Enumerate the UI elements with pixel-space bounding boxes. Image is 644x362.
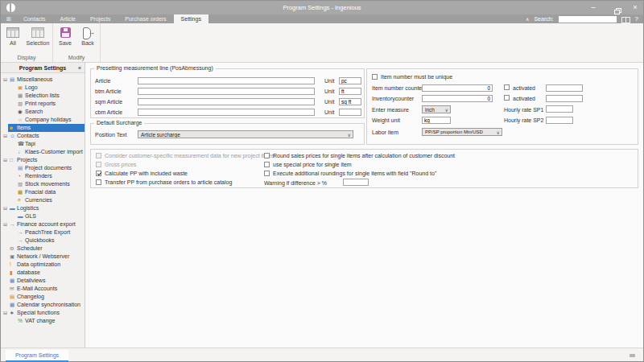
close-button[interactable]: × [630,1,640,14]
tree-item-company-holidays[interactable]: ☼ Company holidays [1,116,85,124]
binoculars-icon[interactable] [621,16,630,23]
database-icon: ▮ [10,269,17,277]
back-button[interactable]: → Back [77,25,98,46]
weight-unit-input[interactable] [422,117,451,124]
item-number-counter-input[interactable] [422,84,493,92]
tree-item-logo[interactable]: ▣ Logo [1,84,85,92]
expander-icon[interactable]: ⊟ [3,309,10,317]
inventory-activated-checkbox[interactable] [504,95,510,101]
app-menu-icon[interactable]: ⊞ [1,14,16,23]
tree-item-peachtree-export[interactable]: → PeachTree Export [1,228,85,237]
tree-item-changelog[interactable]: ▤ Changelog [1,293,85,301]
counter-activated-input[interactable] [546,84,583,92]
tree-item-network-webserver[interactable]: ▣ Network / Webserver [1,253,85,261]
cbm-article-input[interactable] [138,109,315,116]
transfer-pp-checkbox[interactable] [96,179,101,185]
sidebar-collapse-icon[interactable]: « [78,63,81,73]
ribbon: All Selection Display Save → Back [1,23,643,63]
ribbon-tab[interactable]: Projects [83,14,118,23]
ribbon-tab[interactable]: Article [53,14,83,23]
hourly-rate-sp1-input[interactable] [546,105,573,113]
tree-item-tapi[interactable]: ☎ Tapi [1,140,85,148]
phone-icon: ☎ [18,140,25,148]
modify-group-label: Modify [55,54,98,62]
ribbon-tab[interactable]: Contacts [16,14,53,23]
minimize-button[interactable]: – [588,1,598,14]
all-button[interactable]: All [2,25,23,46]
btm-article-unit-input[interactable] [339,88,361,95]
position-text-value: Article surcharge [141,132,180,138]
article-unit-input[interactable] [339,77,361,84]
search-input[interactable] [559,16,617,23]
hourly-rate-sp2-input[interactable] [546,117,573,124]
save-button[interactable]: Save [55,25,76,46]
tree-item-gls[interactable]: ▬ GLS [1,212,85,220]
holiday-sun-icon: ☼ [18,116,25,124]
tree-item-detailviews[interactable]: ▦ Detailviews [1,277,85,285]
tree-item-projects[interactable]: ⊟ □ Projects [1,156,85,164]
additional-roundings-checkbox[interactable] [264,171,270,176]
tree-item-logistics[interactable]: ⊟ ▬ Logistics [1,204,85,212]
expander-icon[interactable]: ⊟ [3,132,10,140]
position-text-select[interactable]: Article surcharge ∨ [138,130,353,138]
tree-item-finance-account-export[interactable]: ⊟ → Finance account export [1,220,85,228]
round-sales-prices-checkbox[interactable] [264,153,270,158]
gross-prices-checkbox[interactable] [96,162,101,167]
tree-item-vat-change[interactable]: % VAT change [1,317,85,325]
inventory-counter-input[interactable] [422,95,493,102]
tree-item-calendar-synchronisation[interactable]: ▦ Calendar synchronisation [1,301,85,309]
resize-grip-icon[interactable] [630,354,635,357]
selection-button[interactable]: Selection [25,25,51,46]
consider-measurement-checkbox[interactable] [96,153,101,158]
tree-item-selection-lists[interactable]: ▦ Selection lists [1,92,85,100]
tree-item-currencies[interactable]: ¤ Currencies [1,196,85,204]
consider-measurement-label: Consider customer-specific measurement d… [105,153,275,158]
labor-item-label: Labor item [372,130,398,135]
help-icon[interactable]: ? [635,15,638,23]
article-input[interactable] [138,77,315,84]
tree-item-database[interactable]: ▮ database [1,269,85,277]
calculate-pp-waste-checkbox[interactable] [96,171,101,176]
program-settings-doc-tab[interactable]: Program Settings [6,350,68,362]
tree-item-label: Contacts [17,132,39,140]
expander-icon[interactable]: ⊟ [3,76,10,84]
back-button-label: Back [81,40,94,46]
tree-item-quickbooks[interactable]: → Quickbooks [1,237,85,245]
tree-item-project-documents[interactable]: ▤ Project documents [1,164,85,172]
cbm-article-unit-input[interactable] [339,109,361,116]
ribbon-tab[interactable]: Settings [174,14,208,23]
tree-item-stock-movements[interactable]: ▥ Stock movements [1,180,85,188]
tree-item-reminders[interactable]: ◔ Reminders [1,172,85,180]
ribbon-tab[interactable]: Purchase orders [118,14,173,23]
enter-measure-select[interactable]: inch ∨ [422,105,451,113]
warning-difference-input[interactable] [343,179,369,186]
tree-item-klaes-customer-import[interactable]: ↓ Klaes-Customer import [1,148,85,156]
expander-icon[interactable]: ⊟ [3,204,10,212]
ribbon-tabstrip: ⊞ ContactsArticleProjectsPurchase orders… [1,14,643,23]
tree-item-contacts[interactable]: ⊟ ☺ Contacts [1,132,85,140]
tree-item-data-optimization[interactable]: ! Data optimization [1,261,85,269]
counter-activated-checkbox[interactable] [504,84,510,90]
expander-icon[interactable]: ⊟ [3,220,10,228]
tree-item-miscellaneous[interactable]: ⊟ ▤ Miscellaneous [1,76,85,84]
export-arrow-icon: → [18,237,25,245]
labor-item-select[interactable]: PP/SP proportion Min/USD ∨ [422,128,502,136]
collapse-ribbon-icon[interactable]: ∧ [526,16,529,22]
tree-item-e-mail-accounts[interactable]: ✉ E-Mail Accounts [1,285,85,293]
tree-item-scheduler[interactable]: ⊙ Scheduler [1,245,85,253]
tree-item-search[interactable]: ◉ Search [1,108,85,116]
back-arrow-icon: → [89,29,96,36]
tree-item-special-functions[interactable]: ⊟ ∗ Special functions [1,309,85,317]
unique-item-number-checkbox[interactable] [372,74,378,80]
special-price-checkbox[interactable] [264,162,270,167]
btm-article-input[interactable] [138,88,315,95]
expander-icon[interactable]: ⊟ [3,156,10,164]
tree-item-fnacial-data[interactable]: ▦ Fnacial data [1,188,85,196]
sqm-article-unit-input[interactable] [339,98,361,105]
enter-measure-label: Enter measure [372,107,409,113]
inventory-activated-input[interactable] [546,95,583,102]
sqm-article-input[interactable] [138,98,315,105]
tree-item-print-reports[interactable]: ▥ Print reports [1,100,85,108]
tree-item-items[interactable]: ■ Items [1,124,85,132]
tree-item-label: Calendar synchronisation [17,301,80,309]
